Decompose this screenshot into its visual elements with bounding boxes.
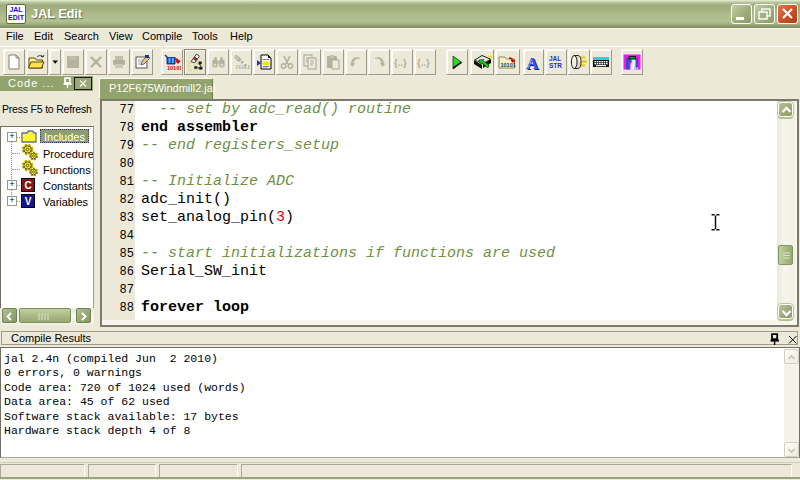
svg-text:{..}: {..} [394, 57, 407, 68]
svg-text:JAL: JAL [549, 55, 561, 62]
svg-text:10101: 10101 [500, 62, 515, 68]
svg-text:10101: 10101 [167, 65, 181, 71]
svg-text:FEHLE: FEHLE [236, 65, 250, 70]
svg-text:{..}: {..} [417, 57, 430, 68]
svg-text:A: A [526, 54, 539, 71]
svg-text:STR: STR [549, 62, 562, 69]
